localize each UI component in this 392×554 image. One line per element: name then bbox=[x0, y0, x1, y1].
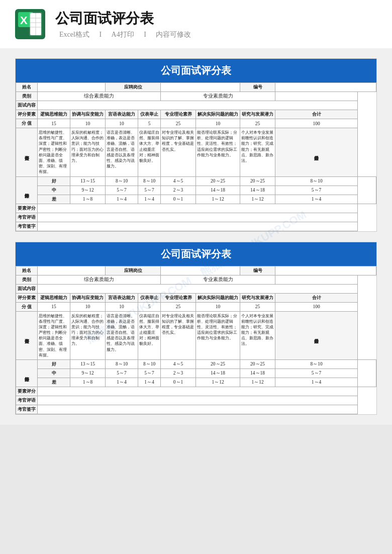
position-label-2: 应聘岗位 bbox=[106, 266, 161, 275]
score-label-2: 分 值 bbox=[16, 302, 38, 311]
sheet-1-title: 公司面试评分表 bbox=[16, 59, 376, 82]
eval-grade-label: 评分等级 bbox=[16, 176, 38, 204]
content-area: 公司面试评分表 姓名 应聘岗位 编号 类别 综合素质能力 专业素质能力 面试内容 bbox=[0, 48, 392, 425]
examiner-sign-label: 考官签字 bbox=[16, 222, 38, 231]
examiner-comment-row-2: 考官评语 bbox=[16, 396, 376, 405]
number-value-2[interactable] bbox=[275, 266, 376, 275]
grade-poor-row: 差 1～8 1～4 1～4 0～1 1～12 1～12 1～4 bbox=[16, 195, 376, 204]
col-problem: 解决实际问题的能力 bbox=[196, 110, 240, 119]
score-theory: 25 bbox=[161, 119, 196, 128]
category-professional-2[interactable]: 专业素质能力 bbox=[161, 275, 275, 284]
grade-good-research: 8～10 bbox=[275, 176, 358, 186]
name-row-2: 姓名 应聘岗位 编号 bbox=[16, 266, 376, 275]
score-logic: 15 bbox=[38, 119, 70, 128]
grade-good-manner: 4～5 bbox=[161, 176, 196, 186]
number-label-2: 编号 bbox=[240, 266, 275, 275]
col-coord-2: 协调与应变能力 bbox=[70, 293, 106, 302]
col-lang-2: 言语表达能力 bbox=[106, 293, 138, 302]
examiner-comment-row: 考官评语 bbox=[16, 213, 376, 222]
grade-med-manner: 2～3 bbox=[161, 186, 196, 195]
col-theory: 专业理论素养 bbox=[161, 110, 196, 119]
grade-poor-row-2: 差 1～8 1～4 1～4 0～1 1～12 1～12 1～4 bbox=[16, 378, 376, 387]
col-total: 合计 bbox=[275, 110, 358, 119]
col-logic-2: 逻辑思维能力 bbox=[38, 293, 70, 302]
interview-content-label: 面试内容 bbox=[16, 101, 38, 110]
category-general-2[interactable]: 综合素质能力 bbox=[38, 275, 161, 284]
score-research: 25 bbox=[240, 119, 275, 128]
name-value-2[interactable] bbox=[38, 266, 106, 275]
col-coord: 协调与应变能力 bbox=[70, 110, 106, 119]
grade-poor-manner: 0～1 bbox=[161, 195, 196, 204]
grade-poor-label-2: 差 bbox=[38, 378, 70, 387]
eval-elements-label: 评分要素 bbox=[16, 110, 38, 119]
examiner-comment-value[interactable] bbox=[38, 213, 358, 222]
eval-point-problem: 能否理论联系实际；分析、处理问题的逻辑性、灵活性、有效性；适应岗位需求的实际工作… bbox=[196, 128, 240, 177]
grade-poor-logic: 1～8 bbox=[70, 195, 106, 204]
eval-point-label-2: 评分要点 bbox=[16, 311, 38, 360]
eval-header-row: 评分要素 逻辑思维能力 协调与应变能力 言语表达能力 仪表举止 专业理论素养 解… bbox=[16, 110, 376, 119]
grade-poor-coord: 1～4 bbox=[106, 195, 138, 204]
sheet-1: 公司面试评分表 姓名 应聘岗位 编号 类别 综合素质能力 专业素质能力 面试内容 bbox=[15, 58, 377, 232]
eval-point-logic: 思维的敏捷性、条理性与广度、深度；逻辑性和严密性；判断分析问题是否全面、准确、缜… bbox=[38, 128, 70, 177]
req-score-value[interactable] bbox=[38, 204, 358, 213]
eval-elements-label-2: 评分要素 bbox=[16, 293, 38, 302]
eval-point-research: 个人对本专业发展前瞻性认识和创造能力；研究、完成能力；有无新观点、新思路、新办法… bbox=[240, 128, 275, 177]
position-value[interactable] bbox=[161, 83, 240, 92]
category-extra-2 bbox=[275, 275, 358, 284]
number-value[interactable] bbox=[275, 83, 376, 92]
col-problem-2: 解决实际问题的能力 bbox=[196, 293, 240, 302]
col-research-2: 研究与发展潜力 bbox=[240, 293, 275, 302]
score-row-2: 分 值 15 10 10 5 25 10 25 100 bbox=[16, 302, 376, 311]
grade-good-problem: 20～25 bbox=[240, 176, 275, 186]
grade-poor-label: 差 bbox=[38, 195, 70, 204]
category-general[interactable]: 综合素质能力 bbox=[38, 92, 161, 101]
grade-good-coord: 8～10 bbox=[106, 176, 138, 186]
req-score-row: 要素评分 bbox=[16, 204, 376, 213]
examiner-comment-label: 考官评语 bbox=[16, 213, 38, 222]
grade-good-label-2: 好 bbox=[38, 360, 70, 369]
eval-table-1: 姓名 应聘岗位 编号 类别 综合素质能力 专业素质能力 面试内容 评分要 bbox=[16, 82, 376, 231]
svg-text:X: X bbox=[20, 14, 28, 27]
grade-med-theory: 14～18 bbox=[196, 186, 240, 195]
grade-medium-label-2: 中 bbox=[38, 369, 70, 378]
examiner-sign-value-2[interactable] bbox=[38, 405, 358, 414]
category-professional[interactable]: 专业素质能力 bbox=[161, 92, 275, 101]
name-value[interactable] bbox=[38, 83, 106, 92]
eval-points-row-2: 评分要点 思维的敏捷性、条理性与广度、深度；逻辑性和严密性；判断分析问题是否全面… bbox=[16, 311, 376, 360]
examiner-comment-value-2[interactable] bbox=[38, 396, 358, 405]
excel-logo-icon: X bbox=[15, 9, 45, 39]
grade-poor-research: 1～4 bbox=[275, 195, 358, 204]
req-score-label-2: 要素评分 bbox=[16, 387, 38, 396]
sheet-2: 公司面试评分表 姓名 应聘岗位 编号 类别 综合素质能力 专业素质能力 面试内容 bbox=[15, 242, 377, 415]
header: X 公司面试评分表 Excel格式 I A4打印 I 内容可修改 bbox=[0, 0, 392, 48]
eval-point-theory: 对专业理论及相关知识的了解、掌握程度，专业基础是否扎实。 bbox=[161, 128, 196, 177]
col-research: 研究与发展潜力 bbox=[240, 110, 275, 119]
grade-medium-label: 中 bbox=[38, 186, 70, 195]
eval-point-label: 评分要点 bbox=[16, 128, 38, 177]
eval-table-2: 姓名 应聘岗位 编号 类别 综合素质能力 专业素质能力 面试内容 评分要素 逻辑… bbox=[16, 266, 376, 415]
grade-last-score-2[interactable] bbox=[358, 360, 376, 387]
category-row-2: 类别 综合素质能力 专业素质能力 bbox=[16, 275, 376, 284]
grade-med-research: 5～7 bbox=[275, 186, 358, 195]
category-extra bbox=[275, 92, 358, 101]
grade-good-row-2: 评分等级 好 13～15 8～10 8～10 4～5 20～25 20～25 8… bbox=[16, 360, 376, 369]
interview-content-value-2[interactable] bbox=[38, 284, 358, 293]
grade-good-lang: 8～10 bbox=[138, 176, 161, 186]
header-text: 公司面试评分表 Excel格式 I A4打印 I 内容可修改 bbox=[55, 9, 195, 39]
score-label: 分 值 bbox=[16, 119, 38, 128]
col-manner: 仪表举止 bbox=[138, 110, 161, 119]
examiner-sign-value[interactable] bbox=[38, 222, 358, 231]
category-row: 类别 综合素质能力 专业素质能力 bbox=[16, 92, 376, 101]
grade-last-score[interactable] bbox=[358, 176, 376, 204]
grade-medium-row: 中 9～12 5～7 5～7 2～3 14～18 14～18 5～7 bbox=[16, 186, 376, 195]
interview-content-value[interactable] bbox=[38, 101, 358, 110]
position-value-2[interactable] bbox=[161, 266, 240, 275]
eval-points-row: 评分要点 思维的敏捷性、条理性与广度、深度；逻辑性和严密性；判断分析问题是否全面… bbox=[16, 128, 376, 177]
score-manner: 5 bbox=[138, 119, 161, 128]
score-coord: 10 bbox=[70, 119, 106, 128]
examiner-sign-row-2: 考官签字 bbox=[16, 405, 376, 414]
eval-grade-label-2: 评分等级 bbox=[16, 360, 38, 387]
req-score-value-2[interactable] bbox=[38, 387, 358, 396]
grade-med-logic: 9～12 bbox=[70, 186, 106, 195]
grade-good-row: 评分等级 好 13～15 8～10 8～10 4～5 20～25 20～25 8… bbox=[16, 176, 376, 186]
